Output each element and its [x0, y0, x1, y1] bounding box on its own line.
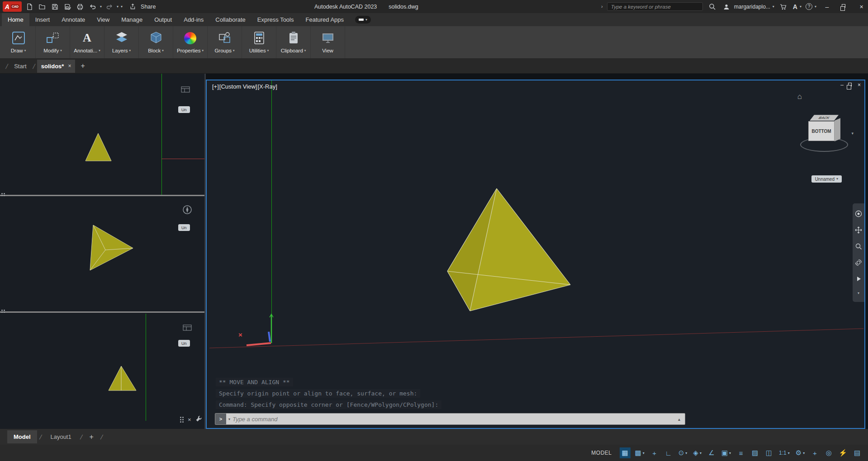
new-file-icon[interactable] — [24, 1, 34, 12]
grid-toggle[interactable]: ▦ — [620, 447, 631, 458]
scale-caret-icon[interactable]: ▾ — [788, 451, 790, 455]
viewcube-face-back[interactable]: BACK — [810, 115, 839, 121]
ribbon-tab-collaborate[interactable]: Collaborate — [209, 13, 251, 26]
command-line-drag-handle[interactable] — [180, 417, 184, 423]
new-layout-button[interactable]: + — [85, 433, 98, 441]
visual-style-button[interactable]: [X-Ray] — [257, 83, 277, 90]
tetrahedron-side-view[interactable] — [0, 313, 204, 429]
help-menu[interactable]: ? ▾ — [806, 3, 816, 10]
annotation-panel[interactable]: A Annotati...▾ — [70, 26, 104, 58]
undo-icon[interactable] — [87, 1, 98, 12]
command-recent-caret-icon[interactable]: ▾ — [226, 417, 232, 421]
snap-caret-icon[interactable]: ▾ — [643, 451, 645, 455]
viewport-middle-left[interactable]: Un — [0, 196, 204, 311]
view-controls-button[interactable]: [Custom View] — [219, 83, 257, 90]
object-snap-tracking-toggle[interactable]: ∠ — [706, 447, 717, 458]
share-button[interactable]: Share — [128, 1, 156, 12]
polar-tracking-toggle[interactable]: ⊙▾ — [677, 447, 689, 458]
minimize-button[interactable]: – — [821, 0, 834, 13]
object-snap-toggle[interactable]: ▣▾ — [720, 447, 732, 458]
isodraft-caret-icon[interactable]: ▾ — [700, 451, 702, 455]
viewport-restore-icon[interactable] — [849, 84, 852, 86]
search-input[interactable] — [607, 2, 703, 11]
lineweight-toggle[interactable]: ≡ — [735, 447, 746, 458]
layers-panel[interactable]: Layers▾ — [104, 26, 139, 58]
block-panel[interactable]: Block▾ — [139, 26, 173, 58]
modify-panel[interactable]: Modify▾ — [36, 26, 70, 58]
command-options-button[interactable]: > — [215, 414, 226, 424]
pan-icon[interactable] — [855, 226, 862, 234]
isometric-drafting-toggle[interactable]: ◈▾ — [692, 447, 703, 458]
annotation-scale-button[interactable]: 1:1▾ — [778, 447, 791, 458]
ribbon-tab-view[interactable]: View — [91, 13, 115, 26]
tetrahedron-iso-view[interactable] — [0, 196, 204, 311]
ribbon-tab-manage[interactable]: Manage — [115, 13, 148, 26]
save-icon[interactable] — [49, 1, 60, 12]
show-motion-icon[interactable] — [855, 275, 862, 282]
save-as-icon[interactable] — [62, 1, 72, 12]
properties-panel[interactable]: Properties▾ — [173, 26, 208, 58]
workspace-switching-button[interactable]: ⚙▾ — [794, 447, 806, 458]
viewcube-mini-icon[interactable] — [182, 204, 193, 216]
autodesk-menu[interactable]: A ▾ — [793, 3, 802, 10]
cart-icon[interactable] — [778, 1, 789, 12]
zoom-icon[interactable] — [855, 243, 862, 250]
named-view-pill[interactable]: Un — [178, 224, 190, 231]
redo-dropdown-icon[interactable]: ▾ — [117, 5, 119, 9]
undo-dropdown-icon[interactable]: ▾ — [100, 5, 102, 9]
draw-panel[interactable]: Draw▾ — [1, 26, 36, 58]
clipboard-panel[interactable]: Clipboard▾ — [276, 26, 311, 58]
viewport-menu-button[interactable]: [+] — [212, 83, 219, 90]
plot-icon[interactable] — [75, 1, 85, 12]
named-view-pill[interactable]: Un — [178, 106, 190, 113]
qat-menu-icon[interactable]: ▾ — [121, 5, 123, 9]
viewport-close-icon[interactable]: × — [858, 82, 861, 88]
dynamic-input-toggle[interactable]: + — [649, 447, 660, 458]
viewcube-face-side[interactable] — [835, 118, 840, 141]
ribbon-tab-featured-apps[interactable]: Featured Apps — [299, 13, 350, 26]
tetrahedron-front-view[interactable] — [0, 74, 204, 195]
viewport-bottom-left[interactable]: Un — [0, 313, 204, 429]
named-view-button[interactable]: Unnamed ▾ — [811, 175, 842, 183]
graphics-performance-toggle[interactable]: ⚡ — [837, 447, 849, 458]
open-file-icon[interactable] — [37, 1, 47, 12]
close-button[interactable]: × — [855, 0, 868, 13]
redo-icon[interactable] — [104, 1, 114, 12]
command-history-toggle-icon[interactable]: ▴ — [674, 417, 685, 422]
ribbon-tab-addins[interactable]: Add-ins — [178, 13, 209, 26]
new-drawing-tab-button[interactable]: + — [75, 62, 90, 70]
ribbon-display-options-button[interactable]: ▾ — [355, 16, 371, 24]
search-expand-icon[interactable]: › — [601, 4, 603, 9]
ortho-toggle[interactable]: ∟ — [663, 447, 674, 458]
ribbon-tab-home[interactable]: Home — [2, 13, 29, 26]
annotation-monitor-toggle[interactable]: + — [809, 447, 820, 458]
viewport-top-left[interactable]: Un — [0, 74, 204, 195]
polar-caret-icon[interactable]: ▾ — [685, 451, 687, 455]
command-line-close-icon[interactable]: × — [188, 416, 191, 423]
viewport-controls-icon[interactable] — [183, 325, 192, 332]
named-view-pill[interactable]: Un — [178, 340, 190, 347]
viewport-controls-icon[interactable] — [181, 86, 190, 94]
viewcube-home-icon[interactable]: ⌂ — [797, 92, 802, 101]
navbar-menu-caret-icon[interactable]: ▾ — [858, 292, 859, 295]
app-menu-button[interactable]: A CAD — [3, 1, 22, 12]
layout-tab-layout1[interactable]: Layout1 — [44, 430, 77, 443]
viewcube-face-bottom[interactable]: BOTTOM — [808, 121, 835, 141]
groups-panel[interactable]: Groups▾ — [208, 26, 242, 58]
model-space-toggle[interactable]: MODEL — [587, 450, 616, 456]
file-tab-start[interactable]: Start — [10, 60, 30, 73]
viewcube-menu-caret-icon[interactable]: ▾ — [851, 131, 854, 136]
search-icon[interactable] — [707, 1, 717, 12]
command-input[interactable] — [232, 416, 674, 423]
clean-screen-toggle[interactable]: ▤ — [852, 447, 863, 458]
isolate-objects-button[interactable]: ◎ — [823, 447, 834, 458]
ribbon-tab-annotate[interactable]: Annotate — [56, 13, 91, 26]
transparency-toggle[interactable]: ▨ — [749, 447, 760, 458]
ribbon-tab-output[interactable]: Output — [148, 13, 178, 26]
navigation-wheel-icon[interactable] — [855, 210, 862, 217]
restore-button[interactable] — [838, 0, 851, 13]
viewport-minimize-icon[interactable]: – — [840, 82, 844, 88]
viewcube[interactable]: BACK BOTTOM ▾ — [797, 108, 852, 158]
file-tab-solidos[interactable]: solidos* × — [37, 60, 76, 73]
selection-cycling-toggle[interactable]: ◫ — [764, 447, 774, 458]
